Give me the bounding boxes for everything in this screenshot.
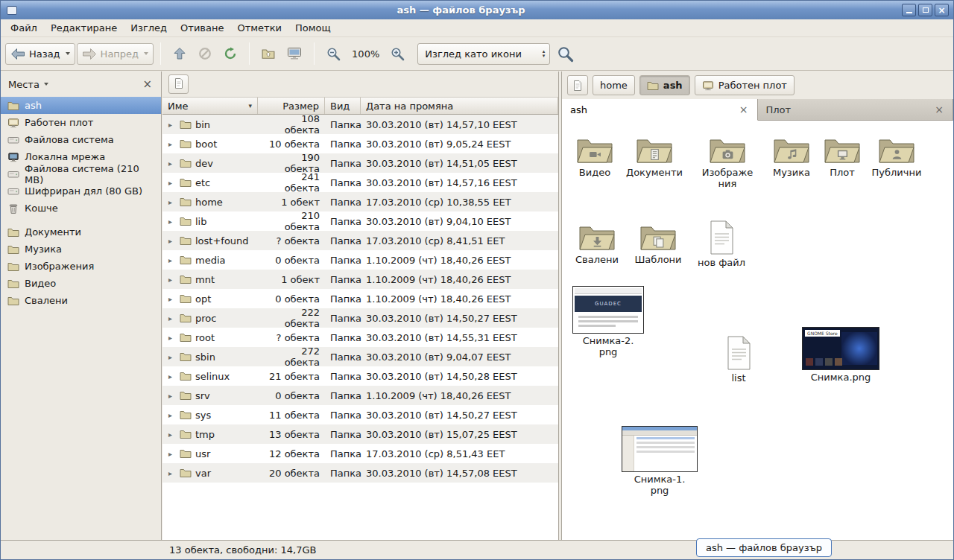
computer-button[interactable] bbox=[282, 42, 307, 65]
menu-item-4[interactable]: Отметки bbox=[230, 20, 288, 36]
places-title[interactable]: Места bbox=[8, 79, 40, 90]
expander-icon[interactable]: ▸ bbox=[168, 372, 176, 381]
sidebar-item[interactable]: Видео bbox=[1, 275, 161, 292]
column-header-size[interactable]: Размер bbox=[258, 98, 325, 114]
home-button[interactable] bbox=[256, 42, 280, 65]
icon-view-item[interactable]: Снимка-1.png bbox=[622, 426, 698, 496]
places-chevron-icon[interactable] bbox=[44, 83, 48, 86]
sidebar-close-button[interactable]: × bbox=[141, 79, 154, 90]
up-button[interactable] bbox=[168, 42, 192, 65]
table-row[interactable]: ▸sbin272 обектаПапка30.03.2010 (вт) 9,04… bbox=[162, 347, 558, 366]
path-button[interactable]: home bbox=[593, 75, 635, 95]
sidebar-item[interactable]: Свалени bbox=[1, 292, 161, 309]
sidebar-item[interactable]: Работен плот bbox=[1, 114, 161, 131]
table-row[interactable]: ▸selinux21 обектаПапка30.03.2010 (вт) 14… bbox=[162, 366, 558, 386]
sidebar-item[interactable]: Музика bbox=[1, 241, 161, 258]
minimize-button[interactable] bbox=[902, 4, 916, 16]
menu-item-2[interactable]: Изглед bbox=[124, 20, 174, 36]
table-row[interactable]: ▸etc241 обектаПапка30.03.2010 (вт) 14,57… bbox=[162, 173, 558, 192]
table-row[interactable]: ▸home1 обектПапка17.03.2010 (ср) 10,38,5… bbox=[162, 192, 558, 211]
menu-item-3[interactable]: Отиване bbox=[174, 20, 230, 36]
table-row[interactable]: ▸proc222 обектаПапка30.03.2010 (вт) 14,5… bbox=[162, 308, 558, 328]
expander-icon[interactable]: ▸ bbox=[168, 140, 176, 148]
expander-icon[interactable]: ▸ bbox=[168, 159, 176, 168]
path-button[interactable]: ash bbox=[639, 75, 690, 95]
table-row[interactable]: ▸root? обектаПапка30.03.2010 (вт) 14,55,… bbox=[162, 328, 558, 347]
expander-icon[interactable]: ▸ bbox=[168, 276, 176, 284]
expander-icon[interactable]: ▸ bbox=[168, 353, 176, 361]
sidebar-item[interactable]: Шифриран дял (80 GB) bbox=[1, 182, 161, 200]
maximize-button[interactable] bbox=[918, 4, 932, 16]
stop-button[interactable] bbox=[193, 42, 217, 65]
expander-icon[interactable]: ▸ bbox=[168, 469, 176, 477]
forward-button[interactable]: Напред bbox=[77, 43, 154, 65]
sidebar-item[interactable]: Документи bbox=[1, 223, 161, 241]
menu-item-5[interactable]: Помощ bbox=[288, 20, 338, 36]
expander-icon[interactable]: ▸ bbox=[168, 295, 176, 303]
table-row[interactable]: ▸srv0 обектаПапка1.10.2009 (чт) 18,40,26… bbox=[162, 386, 558, 405]
expander-icon[interactable]: ▸ bbox=[168, 430, 176, 439]
icon-view-item[interactable]: GNOME StoreСнимка.png bbox=[802, 327, 879, 384]
expander-icon[interactable]: ▸ bbox=[168, 179, 176, 187]
icon-view-item[interactable]: нов файл bbox=[690, 220, 753, 269]
icon-view-item[interactable]: Свалени bbox=[566, 220, 628, 266]
sidebar-item[interactable]: Файлова система bbox=[1, 131, 161, 148]
icon-view-item[interactable]: list bbox=[707, 335, 770, 384]
column-header-type[interactable]: Вид bbox=[325, 98, 361, 114]
sidebar-item[interactable]: Файлова система (210 MB) bbox=[1, 165, 161, 182]
icon-view-item[interactable]: Документи bbox=[623, 133, 686, 179]
table-row[interactable]: ▸media0 обектаПапка1.10.2009 (чт) 18,40,… bbox=[162, 250, 558, 270]
zoom-out-button[interactable] bbox=[321, 42, 346, 66]
column-header-date[interactable]: Дата на промяна bbox=[361, 98, 558, 114]
expander-icon[interactable]: ▸ bbox=[168, 334, 176, 342]
tab[interactable]: Плот× bbox=[758, 99, 954, 121]
sidebar-item[interactable]: Изображения bbox=[1, 258, 161, 275]
close-button[interactable]: × bbox=[935, 4, 949, 16]
icon-view-item[interactable]: Видео bbox=[563, 133, 626, 179]
back-button[interactable]: Назад bbox=[5, 43, 75, 65]
column-header-name[interactable]: Име▾ bbox=[162, 98, 258, 114]
expander-icon[interactable]: ▸ bbox=[168, 198, 176, 206]
table-row[interactable]: ▸mnt1 обектПапка1.10.2009 (чт) 18,40,26 … bbox=[162, 270, 558, 289]
expander-icon[interactable]: ▸ bbox=[168, 411, 176, 419]
table-row[interactable]: ▸boot10 обектаПапка30.03.2010 (вт) 9,05,… bbox=[162, 134, 558, 153]
table-row[interactable]: ▸var20 обектаПапка30.03.2010 (вт) 14,57,… bbox=[162, 463, 558, 483]
expander-icon[interactable]: ▸ bbox=[168, 237, 176, 245]
table-row[interactable]: ▸usr12 обектаПапка17.03.2010 (ср) 8,51,4… bbox=[162, 444, 558, 463]
search-button[interactable] bbox=[552, 41, 579, 67]
view-mode-select[interactable]: Изглед като икони ▴▾ bbox=[417, 43, 550, 65]
table-row[interactable]: ▸sys11 обектаПапка30.03.2010 (вт) 14,50,… bbox=[162, 405, 558, 424]
icon-canvas[interactable]: ВидеоДокументиИзображенияМузикаПлотПубли… bbox=[562, 121, 953, 540]
drive-icon bbox=[7, 134, 19, 146]
pane-location-button[interactable] bbox=[168, 74, 189, 94]
tab[interactable]: ash× bbox=[562, 99, 758, 121]
menu-item-0[interactable]: Файл bbox=[4, 20, 44, 36]
zoom-in-button[interactable] bbox=[385, 42, 410, 66]
expander-icon[interactable]: ▸ bbox=[168, 314, 176, 322]
table-row[interactable]: ▸dev190 обектаПапка30.03.2010 (вт) 14,51… bbox=[162, 153, 558, 173]
reload-button[interactable] bbox=[218, 42, 242, 65]
table-row[interactable]: ▸tmp13 обектаПапка30.03.2010 (вт) 15,07,… bbox=[162, 424, 558, 444]
sidebar-item[interactable]: Кошче bbox=[1, 200, 161, 217]
path-button[interactable]: Работен плот bbox=[695, 75, 795, 95]
table-row[interactable]: ▸lib210 обектаПапка30.03.2010 (вт) 9,04,… bbox=[162, 211, 558, 231]
icon-view-item[interactable]: Плот bbox=[811, 133, 874, 179]
icon-view-item[interactable]: Шаблони bbox=[627, 220, 689, 266]
icon-view-item[interactable]: Изображения bbox=[696, 133, 759, 189]
icon-view-item[interactable]: GUADECСнимка-2.png bbox=[572, 286, 644, 357]
icon-view-item[interactable]: Публични bbox=[865, 133, 928, 179]
path-button[interactable] bbox=[567, 75, 588, 95]
expander-icon[interactable]: ▸ bbox=[168, 392, 176, 400]
titlebar[interactable]: ash — файлов браузър × bbox=[1, 1, 953, 19]
expander-icon[interactable]: ▸ bbox=[168, 121, 176, 129]
tab-close-button[interactable]: × bbox=[934, 104, 944, 115]
sidebar-item[interactable]: ash bbox=[1, 97, 161, 114]
tab-close-button[interactable]: × bbox=[739, 104, 749, 115]
table-row[interactable]: ▸bin108 обектаПапка30.03.2010 (вт) 14,57… bbox=[162, 115, 558, 134]
expander-icon[interactable]: ▸ bbox=[168, 450, 176, 458]
expander-icon[interactable]: ▸ bbox=[168, 256, 176, 264]
menu-item-1[interactable]: Редактиране bbox=[44, 20, 124, 36]
expander-icon[interactable]: ▸ bbox=[168, 217, 176, 226]
table-row[interactable]: ▸lost+found? обектаПапка17.03.2010 (ср) … bbox=[162, 231, 558, 250]
table-row[interactable]: ▸opt0 обектаПапка1.10.2009 (чт) 18,40,26… bbox=[162, 289, 558, 308]
